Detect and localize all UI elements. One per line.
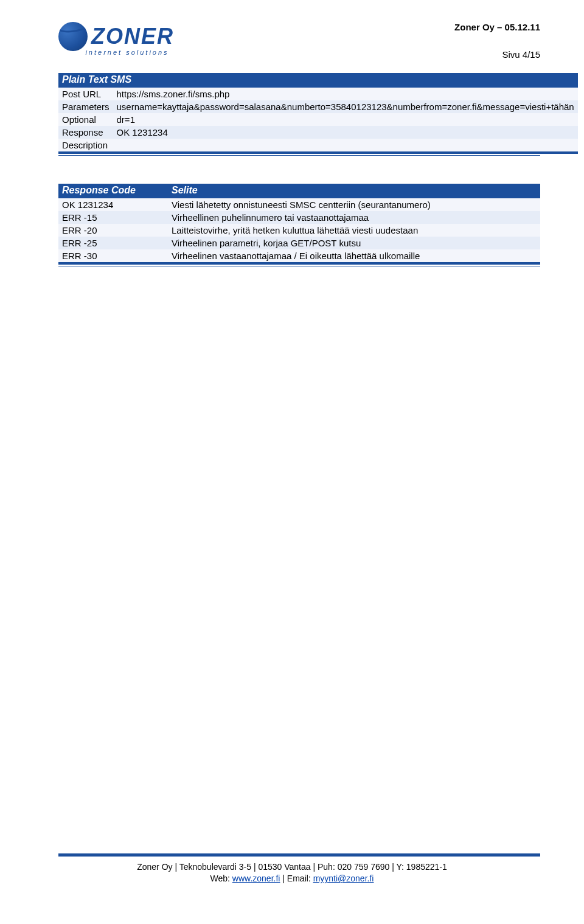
response-code-table: Response Code Selite OK 1231234 Viesti l… — [58, 184, 540, 265]
table-row: ERR -30 Virheelinen vastaanottajamaa / E… — [58, 249, 540, 262]
page-number: Sivu 4/15 — [454, 49, 540, 60]
footer-rule — [58, 853, 540, 857]
globe-icon — [58, 22, 88, 51]
row-value — [113, 139, 578, 151]
response-code: ERR -25 — [58, 237, 168, 249]
row-label: Post URL — [58, 87, 113, 100]
row-value: OK 1231234 — [113, 126, 578, 139]
company-date: Zoner Oy – 05.12.11 — [454, 22, 540, 32]
page-header: ZONER internet solutions Zoner Oy – 05.1… — [58, 22, 540, 60]
table-row: Description — [58, 139, 578, 151]
response-desc: Virheellinen puhelinnumero tai vastaanot… — [168, 211, 540, 224]
row-label: Optional — [58, 113, 113, 126]
response-code: OK 1231234 — [58, 198, 168, 211]
table-row: ERR -20 Laitteistovirhe, yritä hetken ku… — [58, 224, 540, 237]
row-label: Parameters — [58, 100, 113, 113]
footer-line1: Zoner Oy | Teknobulevardi 3-5 | 01530 Va… — [0, 861, 584, 874]
row-value: https://sms.zoner.fi/sms.php — [113, 87, 578, 100]
response-desc: Viesti lähetetty onnistuneesti SMSC cent… — [168, 198, 540, 211]
footer-web-link[interactable]: www.zoner.fi — [232, 874, 280, 883]
table-row: Parameters username=kayttaja&password=sa… — [58, 100, 578, 113]
row-label: Response — [58, 126, 113, 139]
response-code: ERR -30 — [58, 249, 168, 262]
response-desc: Laitteistovirhe, yritä hetken kuluttua l… — [168, 224, 540, 237]
table-row: OK 1231234 Viesti lähetetty onnistuneest… — [58, 198, 540, 211]
row-value: dr=1 — [113, 113, 578, 126]
row-label: Description — [58, 139, 113, 151]
footer-email-link[interactable]: myynti@zoner.fi — [313, 874, 374, 883]
response-desc: Virheelinen parametri, korjaa GET/POST k… — [168, 237, 540, 249]
table-row: Optional dr=1 — [58, 113, 578, 126]
table-row: ERR -25 Virheelinen parametri, korjaa GE… — [58, 237, 540, 249]
table2-head-desc: Selite — [168, 184, 540, 198]
footer-line2: Web: www.zoner.fi | Email: myynti@zoner.… — [0, 873, 584, 885]
table-row: ERR -15 Virheellinen puhelinnumero tai v… — [58, 211, 540, 224]
response-code: ERR -15 — [58, 211, 168, 224]
plain-text-sms-table: Plain Text SMS Post URL https://sms.zone… — [58, 73, 578, 154]
company-logo: ZONER internet solutions — [58, 22, 174, 56]
table1-title: Plain Text SMS — [58, 73, 578, 87]
table2-head-code: Response Code — [58, 184, 168, 198]
logo-subtitle: internet solutions — [85, 49, 169, 56]
logo-word: ZONER — [91, 24, 174, 49]
row-value: username=kayttaja&password=salasana&numb… — [113, 100, 578, 113]
table-row: Response OK 1231234 — [58, 126, 578, 139]
response-code: ERR -20 — [58, 224, 168, 237]
table-row: Post URL https://sms.zoner.fi/sms.php — [58, 87, 578, 100]
page-footer: Zoner Oy | Teknobulevardi 3-5 | 01530 Va… — [0, 861, 584, 885]
response-desc: Virheelinen vastaanottajamaa / Ei oikeut… — [168, 249, 540, 262]
